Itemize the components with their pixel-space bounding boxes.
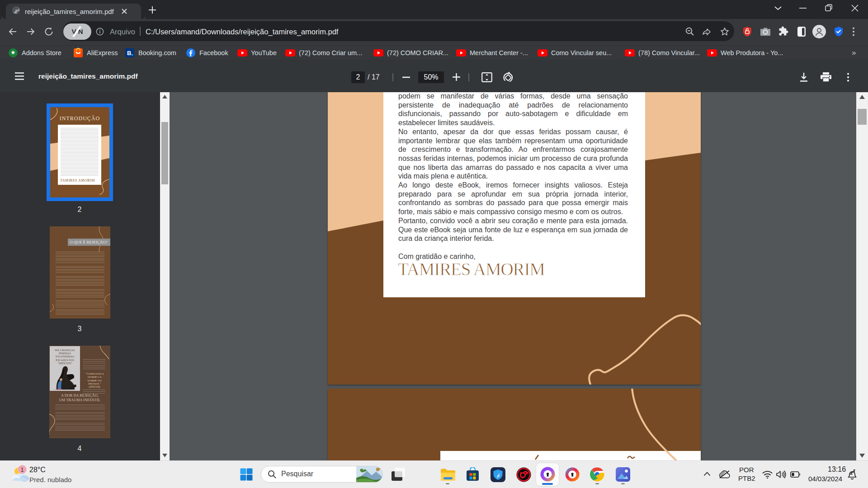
svg-text:B: B (127, 50, 131, 56)
